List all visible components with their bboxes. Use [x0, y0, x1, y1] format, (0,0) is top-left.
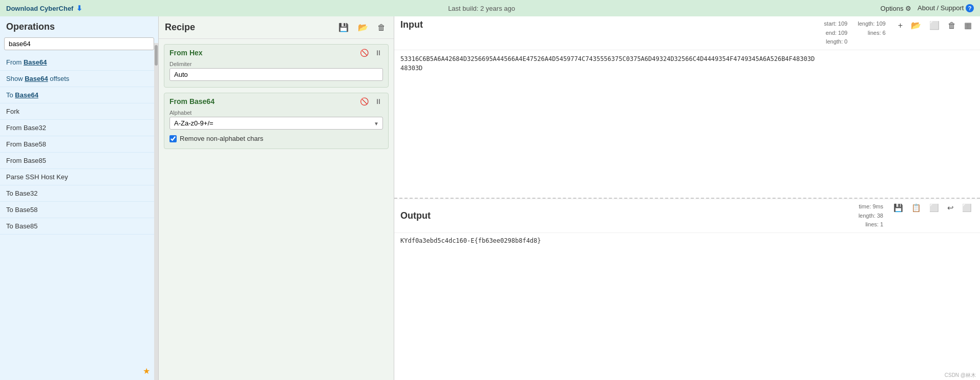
- upload-input-button[interactable]: ⬜: [927, 19, 942, 31]
- disable-from-hex-button[interactable]: 🚫: [359, 49, 370, 57]
- sidebar: Operations From Base64 Show Base64 offse…: [0, 16, 159, 380]
- open-recipe-button[interactable]: 📂: [356, 22, 370, 33]
- sidebar-item-to-base85[interactable]: To Base85: [0, 218, 158, 235]
- alphabet-select-wrapper: A-Za-z0-9+/= ▼: [169, 117, 383, 130]
- pause-from-base64-button[interactable]: ⏸: [374, 97, 383, 105]
- maximise-output-button[interactable]: ⬜: [960, 202, 974, 214]
- alphabet-label: Alphabet: [169, 110, 383, 116]
- sidebar-list: From Base64 Show Base64 offsets To Base6…: [0, 54, 158, 380]
- star-icon: ★: [143, 366, 150, 376]
- alphabet-select[interactable]: A-Za-z0-9+/=: [169, 117, 383, 130]
- remove-nonalpha-row: Remove non-alphabet chars: [169, 135, 383, 142]
- sidebar-item-parse-ssh-host-key[interactable]: Parse SSH Host Key: [0, 169, 158, 185]
- input-meta-info2: length: 109 lines: 6: [858, 19, 885, 37]
- options-button[interactable]: Options ⚙: [881, 5, 911, 12]
- recipe-title: Recipe: [165, 22, 195, 33]
- op-card-from-base64-title: From Base64: [169, 97, 215, 105]
- input-header-meta-area: start: 109 end: 109 length: 0 length: 10…: [824, 19, 974, 47]
- add-input-button[interactable]: +: [896, 20, 905, 31]
- open-file-button[interactable]: 📂: [909, 19, 923, 31]
- input-header: Input start: 109 end: 109 length: 0 leng…: [394, 16, 980, 50]
- sidebar-scrollbar[interactable]: [154, 43, 158, 380]
- save-recipe-button[interactable]: 💾: [336, 22, 351, 33]
- top-bar-right: Options ⚙ About / Support ?: [881, 4, 974, 12]
- op-card-from-hex-title: From Hex: [169, 49, 203, 57]
- replace-input-button[interactable]: ⬜: [927, 202, 941, 214]
- sidebar-item-from-base85[interactable]: From Base85: [0, 153, 158, 169]
- recipe-body: From Hex 🚫 ⏸ Delimiter From Base64 🚫 ⏸: [159, 39, 394, 380]
- op-card-from-hex: From Hex 🚫 ⏸ Delimiter: [164, 44, 389, 88]
- clear-input-button[interactable]: 🗑: [946, 20, 958, 31]
- output-meta-info: time: 9ms length: 38 lines: 1: [859, 202, 883, 229]
- op-card-from-base64: From Base64 🚫 ⏸ Alphabet A-Za-z0-9+/= ▼ …: [164, 93, 389, 149]
- op-card-from-hex-controls: 🚫 ⏸: [359, 49, 383, 57]
- sidebar-title: Operations: [0, 16, 158, 35]
- input-section: Input start: 109 end: 109 length: 0 leng…: [394, 16, 980, 199]
- remove-nonalpha-label[interactable]: Remove non-alphabet chars: [180, 135, 263, 142]
- sidebar-item-from-base32[interactable]: From Base32: [0, 120, 158, 136]
- input-title: Input: [400, 19, 423, 30]
- download-link[interactable]: Download CyberChef: [6, 5, 73, 12]
- output-header: Output time: 9ms length: 38 lines: 1 💾 📋…: [394, 199, 980, 233]
- save-output-button[interactable]: 💾: [891, 202, 905, 214]
- output-header-meta-area: time: 9ms length: 38 lines: 1 💾 📋 ⬜ ↩ ⬜: [859, 202, 974, 229]
- op-card-from-hex-header: From Hex 🚫 ⏸: [169, 49, 383, 57]
- sidebar-item-from-base64[interactable]: From Base64: [0, 54, 158, 71]
- scroll-thumb: [155, 45, 158, 66]
- options-icon: ⚙: [905, 5, 911, 12]
- sidebar-item-to-base64[interactable]: To Base64: [0, 87, 158, 103]
- input-meta-info: start: 109 end: 109 length: 0: [824, 19, 847, 47]
- disable-from-base64-button[interactable]: 🚫: [359, 97, 370, 105]
- build-info: Last build: 2 years ago: [448, 5, 515, 12]
- about-button[interactable]: About / Support ?: [918, 4, 974, 12]
- output-body: KYdf0a3ebd5c4dc160-E{fb63ee0298b8f4d8}: [394, 233, 980, 380]
- about-icon: ?: [966, 4, 974, 12]
- input-toolbar: + 📂 ⬜ 🗑 ▦: [896, 19, 974, 31]
- sidebar-item-fork[interactable]: Fork: [0, 103, 158, 120]
- recipe-header: Recipe 💾 📂 🗑: [159, 16, 394, 39]
- remove-nonalpha-checkbox[interactable]: [169, 135, 177, 142]
- delimiter-label: Delimiter: [169, 61, 383, 67]
- undo-output-button[interactable]: ↩: [945, 202, 956, 214]
- op-card-from-base64-header: From Base64 🚫 ⏸: [169, 97, 383, 105]
- sidebar-item-to-base32[interactable]: To Base32: [0, 185, 158, 202]
- delete-recipe-button[interactable]: 🗑: [375, 22, 388, 33]
- layout-button[interactable]: ▦: [962, 19, 974, 31]
- download-section: Download CyberChef ⬇: [6, 4, 82, 12]
- sidebar-item-from-base58[interactable]: From Base58: [0, 136, 158, 153]
- top-bar: Download CyberChef ⬇ Last build: 2 years…: [0, 0, 980, 16]
- copy-output-button[interactable]: 📋: [909, 202, 923, 214]
- watermark: CSDN @林木: [945, 372, 976, 379]
- io-panel: Input start: 109 end: 109 length: 0 leng…: [394, 16, 980, 380]
- search-input[interactable]: [4, 37, 154, 50]
- delimiter-input[interactable]: [169, 68, 383, 81]
- sidebar-item-show-base64-offsets[interactable]: Show Base64 offsets: [0, 71, 158, 87]
- op-card-from-base64-controls: 🚫 ⏸: [359, 97, 383, 105]
- input-body[interactable]: 53316C6B5A6A42684D3256695A44566A4E47526A…: [394, 50, 980, 198]
- sidebar-item-to-base58[interactable]: To Base58: [0, 202, 158, 218]
- main-container: Operations From Base64 Show Base64 offse…: [0, 16, 980, 380]
- output-toolbar: 💾 📋 ⬜ ↩ ⬜: [891, 202, 974, 214]
- output-section: Output time: 9ms length: 38 lines: 1 💾 📋…: [394, 199, 980, 380]
- recipe-actions: 💾 📂 🗑: [336, 22, 388, 33]
- recipe-panel: Recipe 💾 📂 🗑 From Hex 🚫 ⏸ Delimiter: [159, 16, 394, 380]
- pause-from-hex-button[interactable]: ⏸: [374, 49, 383, 57]
- download-icon: ⬇: [76, 4, 82, 12]
